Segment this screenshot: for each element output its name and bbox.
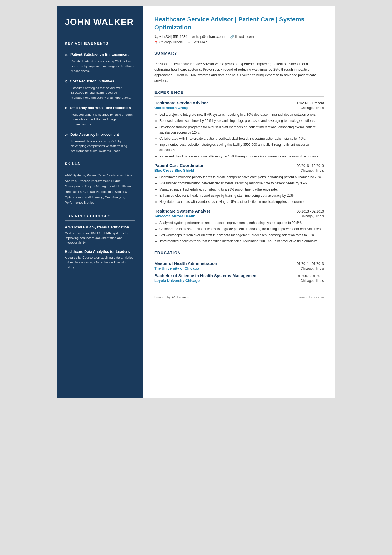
edu-1-school-row: The University of Chicago Chicago, Illin… [154, 266, 324, 270]
job-1-bullet-2: Reduced patient wait times by 25% by str… [159, 118, 324, 124]
edu-1-school: The University of Chicago [154, 266, 199, 270]
job-2-header: Patient Care Coordinator 03/2016 - 12/20… [154, 163, 324, 168]
footer-url: www.enhancv.com [299, 295, 324, 299]
achievement-2-desc: Executed strategies that saved over $500… [65, 86, 135, 100]
job-2-bullet-5: Negotiated contracts with vendors, achie… [159, 199, 324, 204]
achievement-2: ⚲ Cost Reduction Initiatives Executed st… [65, 79, 135, 100]
main-content: Healthcare Service Advisor | Patient Car… [143, 6, 335, 398]
job-2-bullet-3: Managed patient scheduling, contributing… [159, 187, 324, 192]
job-1-title: Healthcare Service Advisor [154, 100, 208, 105]
education-divider [154, 257, 324, 257]
job-1-bullet-3: Developed training programs for over 150… [159, 125, 324, 135]
achievement-4: ✔ Data Accuracy Improvement Increased da… [65, 132, 135, 154]
job-1-bullet-6: Increased the clinic's operational effic… [159, 154, 324, 159]
achievement-2-title: Cost Reduction Initiatives [70, 79, 114, 84]
contact-phone: 📞 +1-(234)-555-1234 [154, 35, 187, 39]
contact-email: ✉ help@enhancv.com [192, 35, 225, 39]
job-3-bullets: Analyzed system performance and proposed… [154, 220, 324, 244]
job-2-dates: 03/2016 - 12/2019 [297, 164, 324, 168]
job-2-bullet-1: Coordinated multidisciplinary teams to c… [159, 175, 324, 180]
job-3-bullet-1: Analyzed system performance and proposed… [159, 220, 324, 226]
job-1-company-row: UnitedHealth Group Chicago, Illinois [154, 106, 324, 110]
experience-title: EXPERIENCE [154, 90, 324, 95]
job-3-bullet-2: Collaborated in cross-functional teams t… [159, 226, 324, 232]
contact-location-text: Chicago, Illinois [159, 40, 183, 44]
linkedin-icon: 🔗 [230, 35, 234, 39]
candidate-name: JOHN WALKER [65, 17, 135, 27]
training-1-title: Advanced EMR Systems Certification [65, 225, 135, 230]
education-section: EDUCATION Master of Health Administratio… [154, 251, 324, 283]
job-3-bullet-4: Instrumented analytics tools that identi… [159, 239, 324, 244]
job-1-location: Chicago, Illinois [301, 106, 324, 110]
job-3-header: Healthcare Systems Analyst 06/2013 - 02/… [154, 209, 324, 213]
achievement-1: ✏ Patient Satisfaction Enhancement Boost… [65, 52, 135, 73]
resume-container: JOHN WALKER KEY ACHIEVEMENTS ✏ Patient S… [57, 6, 335, 398]
job-1-bullet-1: Led a project to integrate new EMR syste… [159, 112, 324, 117]
contact-row-2: 📍 Chicago, Illinois ☆ Extra Field [154, 40, 324, 44]
job-2-company: Blue Cross Blue Shield [154, 168, 194, 172]
footer-brand-text: Enhancv [177, 295, 189, 299]
summary-title: SUMMARY [154, 51, 324, 55]
edu-1-degree: Master of Health Administration [154, 261, 217, 266]
job-2-company-row: Blue Cross Blue Shield Chicago, Illinois [154, 168, 324, 172]
job-3-location: Chicago, Illinois [301, 214, 324, 218]
achievement-2-icon: ⚲ [65, 80, 68, 84]
training-1: Advanced EMR Systems Certification Certi… [65, 225, 135, 245]
training-2: Healthcare Data Analytics for Leaders A … [65, 250, 135, 270]
achievement-4-title: Data Accuracy Improvement [70, 132, 119, 137]
training-title: TRAINING / COURSES [65, 214, 135, 218]
achievements-title: KEY ACHIEVEMENTS [65, 41, 135, 45]
achievements-divider [65, 48, 135, 48]
edu-2-location: Chicago, Illinois [301, 279, 324, 283]
contact-row: 📞 +1-(234)-555-1234 ✉ help@enhancv.com 🔗… [154, 35, 324, 39]
achievement-3-desc: Reduced patient wait times by 25% throug… [65, 112, 135, 127]
job-1-bullets: Led a project to integrate new EMR syste… [154, 112, 324, 159]
job-1-company: UnitedHealth Group [154, 106, 188, 110]
job-2-bullet-4: Enhanced electronic health record usage … [159, 193, 324, 198]
edu-1-header: Master of Health Administration 01/2011 … [154, 261, 324, 266]
achievement-3-icon: ⚲ [65, 106, 68, 111]
email-icon: ✉ [192, 35, 195, 39]
job-2-bullets: Coordinated multidisciplinary teams to c… [154, 175, 324, 205]
job-3-dates: 06/2013 - 02/2016 [297, 209, 324, 213]
job-1-bullet-4: Collaborated with IT to create a patient… [159, 136, 324, 141]
location-icon: 📍 [154, 41, 158, 44]
job-3-company: Advocate Aurora Health [154, 214, 195, 218]
edu-2-school-row: Loyola University Chicago Chicago, Illin… [154, 278, 324, 283]
job-3-bullet-3: Led workshops to train over 80 staff in … [159, 233, 324, 238]
training-2-desc: A course by Coursera on applying data an… [65, 255, 135, 270]
contact-linkedin-text: linkedin.com [235, 35, 254, 39]
skills-title: SKILLS [65, 162, 135, 166]
footer-logo: Powered by ∞ Enhancv [154, 295, 189, 300]
job-1-dates: 01/2020 - Present [297, 101, 324, 105]
skills-divider [65, 168, 135, 168]
edu-1-location: Chicago, Illinois [301, 267, 324, 270]
achievement-3-title: Efficiency and Wait Time Reduction [70, 106, 131, 110]
job-2-title: Patient Care Coordinator [154, 163, 204, 168]
achievement-4-icon: ✔ [65, 133, 68, 137]
enhancv-infinity-icon: ∞ [172, 295, 175, 300]
contact-extra: ☆ Extra Field [188, 40, 207, 44]
sidebar: JOHN WALKER KEY ACHIEVEMENTS ✏ Patient S… [57, 6, 143, 398]
edu-2-dates: 01/2007 - 01/2011 [297, 274, 324, 278]
experience-divider [154, 96, 324, 97]
edu-2-degree: Bachelor of Science in Health Systems Ma… [154, 273, 258, 278]
star-icon: ☆ [188, 41, 190, 44]
footer: Powered by ∞ Enhancv www.enhancv.com [154, 291, 324, 300]
job-3-company-row: Advocate Aurora Health Chicago, Illinois [154, 214, 324, 218]
training-1-desc: Certification from HIMSS in EMR systems … [65, 231, 135, 245]
job-1-bullet-5: Implemented cost-reduction strategies sa… [159, 142, 324, 153]
training-2-title: Healthcare Data Analytics for Leaders [65, 250, 135, 254]
edu-2-header: Bachelor of Science in Health Systems Ma… [154, 273, 324, 278]
achievement-1-title: Patient Satisfaction Enhancement [70, 52, 129, 57]
contact-email-text: help@enhancv.com [196, 35, 225, 39]
contact-phone-text: +1-(234)-555-1234 [159, 35, 187, 39]
edu-1-dates: 01/2011 - 01/2013 [297, 262, 324, 266]
education-title: EDUCATION [154, 251, 324, 255]
contact-location: 📍 Chicago, Illinois [154, 40, 183, 44]
main-job-title: Healthcare Service Advisor | Patient Car… [154, 16, 324, 31]
summary-text: Passionate Healthcare Service Advisor wi… [154, 61, 324, 83]
edu-2-school: Loyola University Chicago [154, 278, 200, 283]
achievement-1-icon: ✏ [65, 53, 68, 57]
skills-text: EMR Systems, Patient Care Coordination, … [65, 173, 135, 205]
